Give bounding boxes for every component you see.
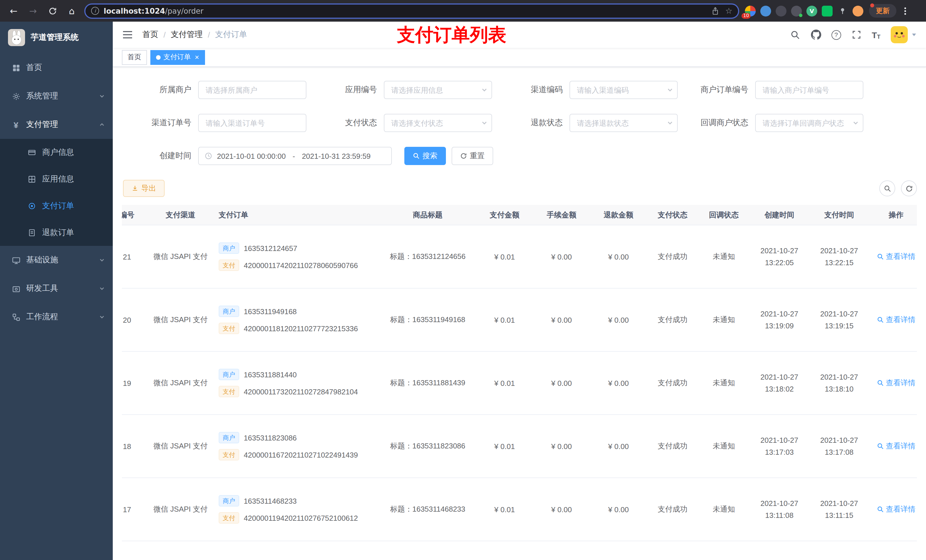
search-button-label: 搜索 <box>422 151 437 161</box>
sidebar-item-dev-tools[interactable]: 研发工具 <box>0 274 113 303</box>
sidebar-item-home[interactable]: 首页 <box>0 53 113 82</box>
create-time-range-picker[interactable]: 2021-10-01 00:00:00 - 2021-10-31 23:59:5… <box>198 147 392 165</box>
cell-pay-status: 支付成功 <box>647 478 698 540</box>
url-bar[interactable]: i localhost:1024/pay/order ☆ <box>84 3 739 18</box>
sidebar-item-label: 应用信息 <box>42 174 74 184</box>
tab-home[interactable]: 首页 <box>122 50 147 65</box>
sidebar-item-pay-order[interactable]: 支付订单 <box>0 192 113 219</box>
sidebar-item-system[interactable]: 系统管理 <box>0 82 113 110</box>
toggle-search-button[interactable] <box>879 180 895 196</box>
sidebar-fold-icon[interactable] <box>122 29 133 41</box>
date-range-separator: - <box>290 152 297 160</box>
table-row: 21 微信 JSAPI 支付 商户1635312124657 支付4200001… <box>122 225 917 288</box>
search-icon[interactable] <box>790 30 800 40</box>
face-extension-icon[interactable] <box>853 5 863 16</box>
sidebar-item-payment[interactable]: ¥ 支付管理 <box>0 110 113 139</box>
cell-notify-status: 未通知 <box>698 352 749 414</box>
cell-pay-time <box>809 541 869 560</box>
pay-status-select[interactable] <box>384 114 492 132</box>
breadcrumb-home[interactable]: 首页 <box>142 30 158 40</box>
search-button[interactable]: 搜索 <box>404 147 446 165</box>
chat-extension-icon[interactable] <box>822 5 832 16</box>
tab-pay-order[interactable]: 支付订单 × <box>150 50 205 65</box>
browser-reload-icon[interactable] <box>45 4 59 18</box>
cell-create-time: 2021-10-27 13:11:08 <box>749 478 809 540</box>
cell-amount: ¥ 0.01 <box>476 478 533 540</box>
help-icon[interactable]: ? <box>831 30 841 39</box>
view-detail-link[interactable]: 查看详情 <box>877 252 915 262</box>
sidebar-item-label: 工作流程 <box>26 312 58 322</box>
browser-update-button[interactable]: 更新 <box>869 4 896 18</box>
pin-extension-icon[interactable] <box>837 5 848 16</box>
sidebar-item-merchant-info[interactable]: 商户信息 <box>0 139 113 166</box>
browser-menu-icon[interactable] <box>902 7 908 15</box>
merchant-order-no-input[interactable] <box>755 81 863 99</box>
dark-extension-icon[interactable] <box>776 5 787 16</box>
reset-button[interactable]: 重置 <box>452 147 493 165</box>
orders-table: 编号 支付渠道 支付订单 商品标题 支付金额 手续金额 退款金额 支付状态 回调… <box>122 205 917 560</box>
refresh-button[interactable] <box>901 180 917 196</box>
bookmark-star-icon[interactable]: ☆ <box>725 6 732 15</box>
pay-tag: 支付 <box>219 260 239 271</box>
col-header-order: 支付订单 <box>214 205 379 225</box>
cell-fee: ¥ 0.00 <box>533 352 590 414</box>
sidebar-item-refund-order[interactable]: 退款订单 <box>0 219 113 246</box>
cell-channel: 微信 JSAPI 支付 <box>147 478 214 540</box>
screen: ← → ⌂ i localhost:1024/pay/order ☆ V <box>0 0 926 560</box>
filter-label-channel-order-no: 渠道订单号 <box>122 118 198 128</box>
user-menu[interactable] <box>891 26 917 43</box>
cell-title: 标题：1635312124656 <box>379 225 476 288</box>
breadcrumb: 首页 / 支付管理 / 支付订单 <box>142 30 247 40</box>
github-icon[interactable] <box>811 30 821 40</box>
sidebar-item-label: 系统管理 <box>26 91 58 101</box>
channel-code-select[interactable] <box>569 81 678 99</box>
cell-pay-status: 支付成功 <box>647 352 698 414</box>
tags-view-bar: 首页 支付订单 × <box>113 48 926 67</box>
vue-devtools-icon[interactable]: V <box>806 5 817 16</box>
cell-title: 标题：1635311823086 <box>379 415 476 477</box>
callback-status-select[interactable] <box>755 114 863 132</box>
channel-pay-no: 4200001173202110272847982104 <box>244 387 358 396</box>
share-icon[interactable] <box>711 6 720 15</box>
browser-back-icon[interactable]: ← <box>7 4 21 18</box>
font-size-icon[interactable]: TT <box>872 30 881 39</box>
drop-extension-icon[interactable] <box>760 5 771 16</box>
view-detail-link[interactable]: 查看详情 <box>877 378 915 388</box>
cell-channel: 微信 JSAPI 支付 <box>147 415 214 477</box>
colorful-extension-icon[interactable] <box>745 5 756 16</box>
merchant-order-no: 1635312124657 <box>244 244 297 252</box>
caret-down-icon <box>911 32 917 38</box>
cell-action: 查看详情 <box>869 352 917 414</box>
sidebar-item-app-info[interactable]: 应用信息 <box>0 166 113 192</box>
tab-close-icon[interactable]: × <box>195 53 199 61</box>
browser-home-icon[interactable]: ⌂ <box>65 4 79 18</box>
sidebar-item-workflow[interactable]: 工作流程 <box>0 303 113 331</box>
tab-active-dot <box>156 55 160 59</box>
credit-card-icon <box>27 148 36 157</box>
view-detail-link[interactable]: 查看详情 <box>877 315 915 325</box>
cell-id: 19 <box>122 352 147 414</box>
export-button[interactable]: 导出 <box>123 180 165 197</box>
view-detail-link[interactable]: 查看详情 <box>877 504 915 515</box>
fullscreen-icon[interactable] <box>851 30 861 40</box>
shield-extension-icon[interactable] <box>791 5 802 16</box>
breadcrumb-payment[interactable]: 支付管理 <box>171 30 203 40</box>
channel-order-no-input[interactable] <box>198 114 306 132</box>
cell-id <box>122 541 147 560</box>
app-logo[interactable]: 芋道管理系统 <box>0 22 113 53</box>
site-info-icon[interactable]: i <box>91 7 99 15</box>
cell-pay-time: 2021-10-27 13:18:10 <box>809 352 869 414</box>
merchant-select[interactable] <box>198 81 306 99</box>
browser-chrome: ← → ⌂ i localhost:1024/pay/order ☆ V <box>0 0 926 22</box>
sidebar-item-label: 支付管理 <box>26 119 58 130</box>
cell-order: 商户1635311949168 支付4200001181202110277723… <box>214 288 379 351</box>
app-no-select[interactable] <box>384 81 492 99</box>
refund-status-select[interactable] <box>569 114 678 132</box>
document-icon <box>27 228 36 237</box>
view-detail-link[interactable]: 查看详情 <box>877 441 915 451</box>
cell-channel <box>147 541 214 560</box>
sidebar-item-infrastructure[interactable]: 基础设施 <box>0 246 113 274</box>
cell-action <box>869 541 917 560</box>
pay-tag: 支付 <box>219 386 239 397</box>
browser-forward-icon[interactable]: → <box>26 4 40 18</box>
